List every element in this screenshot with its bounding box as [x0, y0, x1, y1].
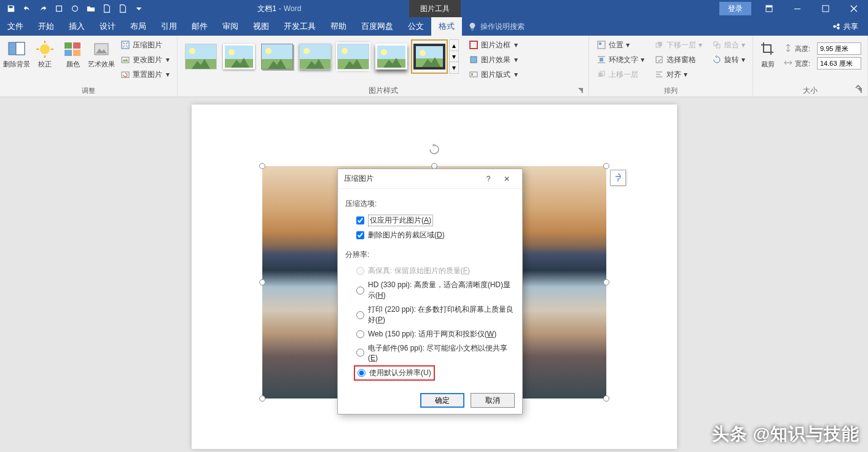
- tab-review[interactable]: 审阅: [215, 17, 246, 36]
- tab-gongwen[interactable]: 公文: [401, 17, 431, 36]
- qat-icon[interactable]: [115, 1, 130, 16]
- tab-references[interactable]: 引用: [154, 17, 184, 36]
- height-input[interactable]: [817, 42, 861, 55]
- forward-icon: [596, 69, 606, 79]
- ribbon-options-button[interactable]: [755, 0, 783, 17]
- svg-rect-24: [471, 73, 473, 76]
- picture-layout-button[interactable]: 图片版式▾: [466, 68, 520, 81]
- share-button[interactable]: 共享: [823, 17, 868, 36]
- radio-web[interactable]: Web (150 ppi): 适用于网页和投影仪(W): [345, 327, 515, 341]
- login-button[interactable]: 登录: [719, 2, 751, 15]
- dialog-launcher[interactable]: [576, 87, 585, 95]
- styles-gallery[interactable]: ▴ ▾ ▾: [180, 37, 461, 76]
- tab-format[interactable]: 格式: [431, 17, 462, 36]
- undo-button[interactable]: [20, 1, 34, 16]
- send-backward-button[interactable]: 下移一层▾: [652, 38, 705, 52]
- apply-only-checkbox[interactable]: 仅应用于此图片(A): [345, 213, 515, 228]
- cancel-button[interactable]: 取消: [471, 393, 515, 408]
- open-button[interactable]: [84, 1, 98, 16]
- dialog-title: 压缩图片: [344, 173, 479, 184]
- style-thumb[interactable]: [373, 39, 410, 74]
- bring-forward-button[interactable]: 上移一层: [594, 68, 647, 81]
- align-button[interactable]: 对齐▾: [652, 68, 705, 81]
- position-button[interactable]: 位置▾: [594, 38, 647, 52]
- svg-point-8: [40, 44, 50, 54]
- tell-me-search[interactable]: 操作说明搜索: [462, 17, 531, 36]
- title-bar: 文档1 - Word 图片工具 登录: [0, 0, 868, 17]
- group-button[interactable]: 组合▾: [710, 38, 748, 52]
- ok-button[interactable]: 确定: [420, 393, 464, 408]
- help-button[interactable]: ?: [479, 170, 498, 188]
- tab-layout[interactable]: 布局: [123, 17, 154, 36]
- change-picture-button[interactable]: 更改图片▾: [118, 53, 172, 66]
- group-size: 裁剪 高度: 宽度: 大小: [753, 36, 868, 97]
- selection-pane-button[interactable]: 选择窗格: [652, 53, 705, 66]
- width-field: 宽度:: [783, 57, 862, 70]
- svg-rect-13: [65, 42, 72, 49]
- compress-pictures-button[interactable]: 压缩图片: [118, 38, 172, 52]
- resize-handle[interactable]: [259, 395, 265, 402]
- artistic-effects-button[interactable]: 艺术效果: [87, 37, 115, 84]
- radio-email[interactable]: 电子邮件(96 ppi): 尽可能缩小文档以便共享(E): [345, 341, 515, 364]
- resize-handle[interactable]: [259, 279, 265, 285]
- resize-handle[interactable]: [259, 163, 265, 169]
- svg-rect-23: [470, 72, 477, 77]
- qat-icon[interactable]: [52, 1, 66, 16]
- delete-crop-checkbox[interactable]: 删除图片的剪裁区域(D): [345, 228, 515, 242]
- corrections-button[interactable]: 校正: [31, 37, 59, 84]
- doc-name: 文档1: [257, 4, 276, 14]
- gallery-more-button[interactable]: ▾: [450, 62, 458, 73]
- radio-hd[interactable]: HD (330 ppi): 高质量，适合高清晰度(HD)显示(H): [345, 278, 515, 303]
- svg-rect-5: [823, 6, 829, 12]
- contextual-tab-label: 图片工具: [409, 0, 461, 17]
- app-name: Word: [284, 4, 301, 13]
- tab-insert[interactable]: 插入: [61, 17, 92, 36]
- crop-button[interactable]: 裁剪: [756, 37, 780, 84]
- style-thumb[interactable]: [182, 39, 219, 74]
- tab-help[interactable]: 帮助: [323, 17, 354, 36]
- maximize-button[interactable]: [811, 0, 840, 17]
- tab-baidu[interactable]: 百度网盘: [354, 17, 401, 36]
- color-button[interactable]: 颜色: [59, 37, 87, 84]
- qat-icon[interactable]: [68, 1, 82, 16]
- tab-view[interactable]: 视图: [246, 17, 276, 36]
- resize-handle[interactable]: [603, 279, 609, 285]
- reset-picture-button[interactable]: 重置图片▾: [118, 68, 172, 81]
- style-thumb[interactable]: [221, 39, 257, 74]
- minimize-button[interactable]: [783, 0, 811, 17]
- rotate-handle[interactable]: [429, 144, 440, 157]
- style-thumb[interactable]: [259, 39, 295, 74]
- remove-background-button[interactable]: 删除背景: [2, 37, 31, 84]
- tab-mailings[interactable]: 邮件: [184, 17, 215, 36]
- group-arrange: 位置▾ 环绕文字▾ 上移一层 下移一层▾ 选择窗格 对齐▾ 组合▾ 旋转▾ 排列: [589, 36, 753, 97]
- svg-rect-14: [73, 42, 80, 49]
- style-thumb-selected[interactable]: [411, 39, 448, 74]
- tab-design[interactable]: 设计: [92, 17, 123, 36]
- close-button[interactable]: [840, 0, 868, 17]
- picture-border-button[interactable]: 图片边框▾: [466, 38, 520, 52]
- tab-file[interactable]: 文件: [0, 17, 31, 36]
- radio-print[interactable]: 打印 (220 ppi): 在多数打印机和屏幕上质量良好(P): [345, 303, 515, 327]
- resize-handle[interactable]: [603, 395, 609, 402]
- qat-customize[interactable]: [131, 1, 146, 16]
- layout-options-button[interactable]: [610, 170, 626, 186]
- picture-effects-button[interactable]: 图片效果▾: [466, 53, 520, 66]
- new-button[interactable]: [100, 1, 114, 16]
- svg-rect-38: [714, 42, 717, 46]
- tab-home[interactable]: 开始: [31, 17, 61, 36]
- save-button[interactable]: [4, 1, 18, 16]
- svg-point-1: [72, 6, 78, 12]
- rotate-button[interactable]: 旋转▾: [710, 53, 748, 66]
- close-button[interactable]: ✕: [498, 170, 516, 188]
- radio-default-highlighted[interactable]: 使用默认分辨率(U): [354, 365, 435, 381]
- tab-developer[interactable]: 开发工具: [276, 17, 323, 36]
- style-thumb[interactable]: [335, 39, 372, 74]
- wrap-text-button[interactable]: 环绕文字▾: [594, 53, 647, 66]
- width-input[interactable]: [817, 57, 861, 69]
- resize-handle[interactable]: [603, 163, 609, 169]
- style-thumb[interactable]: [297, 39, 334, 74]
- gallery-up-button[interactable]: ▴: [450, 40, 458, 51]
- gallery-down-button[interactable]: ▾: [450, 51, 458, 62]
- redo-button[interactable]: [36, 1, 50, 16]
- collapse-ribbon-button[interactable]: [854, 83, 866, 94]
